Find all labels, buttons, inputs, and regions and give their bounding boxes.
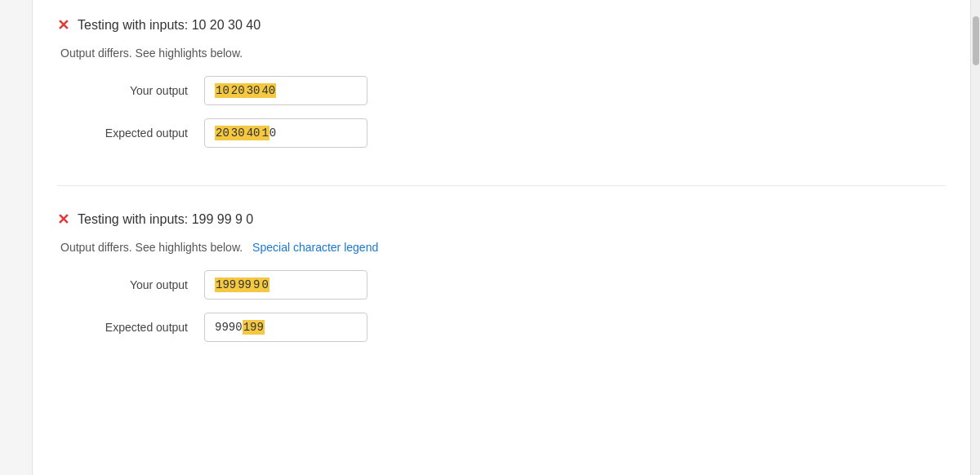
output-label: Your output (57, 84, 188, 97)
test-header: ✕Testing with inputs: 10 20 30 40 (57, 16, 946, 34)
output-segment: 20 (230, 83, 246, 98)
main-content: ✕Testing with inputs: 10 20 30 40Output … (33, 0, 970, 475)
output-segment: 9 (229, 321, 235, 334)
test-title: Testing with inputs: 199 99 9 0 (78, 212, 253, 227)
differ-text: Output differs. See highlights below. (60, 47, 243, 60)
output-segment: 10 (215, 83, 230, 98)
test-header: ✕Testing with inputs: 199 99 9 0 (57, 211, 946, 229)
x-icon: ✕ (57, 211, 69, 229)
output-segment: 30 (230, 126, 246, 140)
output-segment: 40 (246, 126, 261, 140)
differ-message: Output differs. See highlights below. (60, 47, 946, 60)
output-label: Expected output (57, 321, 188, 334)
output-segment: 0 (270, 127, 276, 140)
output-segment: 40 (261, 83, 276, 98)
output-segment: 30 (246, 83, 261, 98)
scrollbar-thumb[interactable] (973, 16, 979, 65)
output-segment: 9 (252, 277, 261, 292)
test-title: Testing with inputs: 10 20 30 40 (78, 18, 261, 33)
output-label: Your output (57, 278, 188, 291)
output-segment: 0 (261, 277, 269, 292)
output-segment: 1 (261, 126, 269, 140)
output-box: 10 20 30 40 (204, 76, 368, 105)
output-row: Your output199 99 9 0 (57, 270, 946, 300)
output-segment: 199 (215, 277, 237, 292)
output-segment: 99 (215, 321, 229, 334)
test-case-2: ✕Testing with inputs: 199 99 9 0Output d… (57, 211, 946, 380)
output-row: Your output10 20 30 40 (57, 76, 946, 105)
left-sidebar (0, 0, 33, 475)
output-segment: 0 (235, 321, 242, 334)
output-segment: 199 (243, 320, 265, 335)
scrollbar[interactable] (970, 0, 980, 475)
special-character-legend-link[interactable]: Special character legend (252, 241, 378, 254)
x-icon: ✕ (57, 16, 69, 34)
output-row: Expected output20 30 40 10 (57, 118, 946, 148)
output-segment: 99 (237, 277, 252, 292)
output-segment: 20 (215, 126, 230, 140)
differ-message: Output differs. See highlights below.Spe… (60, 241, 946, 254)
output-box: 20 30 40 10 (204, 118, 368, 148)
differ-text: Output differs. See highlights below. (60, 241, 243, 254)
output-box: 99 9 0 199 (204, 313, 368, 342)
output-label: Expected output (57, 127, 188, 140)
test-case-1: ✕Testing with inputs: 10 20 30 40Output … (57, 16, 946, 186)
page-container: ✕Testing with inputs: 10 20 30 40Output … (0, 0, 980, 475)
output-row: Expected output99 9 0 199 (57, 313, 946, 342)
output-box: 199 99 9 0 (204, 270, 368, 300)
